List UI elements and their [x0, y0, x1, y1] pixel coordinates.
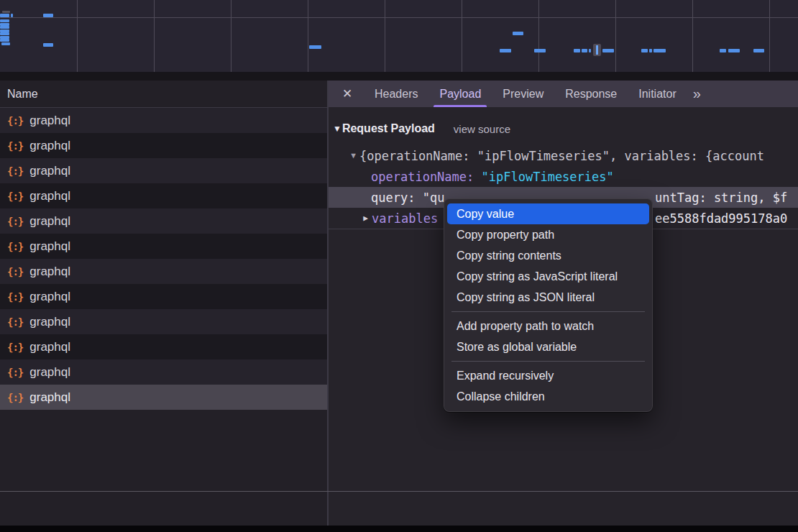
request-timing-bar — [649, 49, 652, 52]
operation-name-value: "ipFlowTimeseries" — [482, 170, 614, 184]
overview-vertical-gridline — [615, 0, 616, 72]
request-timing-bar — [11, 14, 13, 17]
menu-item-add-property-path-to-watch[interactable]: Add property path to watch — [447, 316, 649, 336]
request-name: graphql — [29, 315, 70, 329]
tab-label: Headers — [375, 88, 418, 101]
overview-separator-band — [0, 72, 798, 81]
request-name: graphql — [29, 189, 70, 203]
menu-item-store-as-global-variable[interactable]: Store as global variable — [447, 336, 649, 357]
request-timing-bar — [582, 49, 587, 52]
json-request-icon: {:} — [7, 216, 23, 227]
tree-collapsed-triangle-icon[interactable]: ▶ — [359, 214, 372, 223]
request-row[interactable]: {:}graphql — [0, 133, 327, 158]
requests-list-panel: Name {:}graphql{:}graphql{:}graphql{:}gr… — [0, 81, 327, 532]
json-request-icon: {:} — [7, 341, 23, 353]
section-title: Request Payload — [342, 122, 435, 135]
request-timing-bar — [602, 49, 614, 52]
request-timing-bar — [753, 49, 764, 52]
menu-item-copy-property-path[interactable]: Copy property path — [447, 224, 649, 245]
request-timing-bar — [43, 43, 53, 47]
menu-item-expand-recursively[interactable]: Expand recursively — [447, 365, 649, 386]
tab-label: Initiator — [638, 88, 676, 101]
operation-name-row[interactable]: operationName: "ipFlowTimeseries" — [329, 166, 798, 187]
close-icon[interactable]: ✕ — [339, 86, 355, 101]
request-row[interactable]: {:}graphql — [0, 108, 327, 133]
request-timing-bar — [720, 49, 726, 52]
operation-name-key: operationName: — [371, 170, 482, 184]
json-request-icon: {:} — [7, 291, 23, 303]
tab-label: Preview — [503, 88, 544, 101]
tab-payload[interactable]: Payload — [428, 81, 492, 107]
tab-label: Response — [565, 88, 617, 101]
request-timing-bar — [589, 49, 591, 52]
request-timing-bar — [0, 26, 9, 29]
request-timing-bar — [2, 11, 10, 13]
variables-key: variables — [372, 211, 438, 226]
request-name: graphql — [29, 290, 70, 304]
context-menu: Copy valueCopy property pathCopy string … — [444, 198, 653, 412]
json-request-icon: {:} — [7, 316, 23, 328]
request-payload-heading[interactable]: ▼ Request Payload view source — [333, 119, 510, 138]
tab-headers[interactable]: Headers — [364, 81, 428, 107]
name-column-header[interactable]: Name — [0, 81, 327, 108]
menu-item-copy-value[interactable]: Copy value — [447, 203, 649, 224]
payload-root-row[interactable]: ▼{operationName: "ipFlowTimeseries", var… — [329, 145, 798, 166]
menu-separator — [451, 311, 645, 312]
devtools-network-panel: Name {:}graphql{:}graphql{:}graphql{:}gr… — [0, 0, 798, 532]
overview-vertical-gridline — [231, 0, 231, 72]
request-name: graphql — [29, 239, 70, 254]
overview-vertical-gridline — [77, 0, 78, 72]
request-timing-bar — [641, 49, 648, 52]
overview-selected-marker — [593, 44, 601, 56]
request-row[interactable]: {:}graphql — [0, 385, 327, 410]
query-key: query: — [371, 191, 423, 205]
overview-vertical-gridline — [769, 0, 770, 72]
request-name: graphql — [29, 139, 70, 153]
window-bottom-bar — [0, 526, 798, 532]
menu-item-copy-string-as-json-literal[interactable]: Copy string as JSON literal — [447, 287, 649, 308]
request-name: graphql — [29, 114, 70, 128]
menu-item-copy-string-as-javascript-literal[interactable]: Copy string as JavaScript literal — [447, 266, 649, 287]
view-source-link[interactable]: view source — [454, 123, 510, 135]
json-request-icon: {:} — [7, 392, 23, 403]
tab-label: Payload — [439, 88, 481, 101]
json-request-icon: {:} — [7, 191, 23, 202]
request-row[interactable]: {:}graphql — [0, 334, 327, 359]
request-timing-bar — [1, 42, 10, 45]
tab-initiator[interactable]: Initiator — [628, 81, 687, 107]
payload-root-preview: {operationName: "ipFlowTimeseries", vari… — [359, 149, 764, 163]
panel-divider[interactable] — [327, 81, 329, 532]
tab-preview[interactable]: Preview — [492, 81, 554, 107]
json-request-icon: {:} — [7, 165, 23, 177]
chevron-double-right-icon[interactable]: » — [693, 86, 700, 102]
request-timing-bar — [0, 19, 9, 22]
network-overview-timeline[interactable] — [0, 0, 798, 72]
query-value-right: untTag: string, $f — [655, 187, 787, 208]
request-name: graphql — [29, 164, 70, 178]
menu-item-copy-string-contents[interactable]: Copy string contents — [447, 245, 649, 266]
request-row[interactable]: {:}graphql — [0, 259, 327, 284]
json-request-icon: {:} — [7, 140, 23, 152]
active-tab-underline — [434, 105, 487, 107]
request-row[interactable]: {:}graphql — [0, 158, 327, 183]
request-name: graphql — [29, 340, 70, 354]
section-expand-triangle-icon[interactable]: ▼ — [333, 124, 341, 134]
request-row[interactable]: {:}graphql — [0, 208, 327, 234]
tab-response[interactable]: Response — [554, 81, 628, 107]
request-name: graphql — [29, 365, 70, 380]
request-row[interactable]: {:}graphql — [0, 309, 327, 334]
overview-vertical-gridline — [154, 0, 155, 72]
overview-horizontal-gridline — [0, 17, 798, 18]
tree-expanded-triangle-icon[interactable]: ▼ — [347, 151, 359, 160]
overview-vertical-gridline — [462, 0, 462, 72]
request-row[interactable]: {:}graphql — [0, 359, 327, 385]
request-row[interactable]: {:}graphql — [0, 183, 327, 208]
details-tab-bar: ✕ HeadersPayloadPreviewResponseInitiator… — [329, 81, 798, 107]
variables-value-right: ee5588fdad995178a0 — [655, 208, 787, 229]
request-row[interactable]: {:}graphql — [0, 284, 327, 309]
menu-separator — [451, 361, 645, 362]
menu-item-collapse-children[interactable]: Collapse children — [447, 386, 649, 407]
overview-vertical-gridline — [692, 0, 693, 72]
overview-marker-line — [596, 45, 598, 55]
request-row[interactable]: {:}graphql — [0, 234, 327, 259]
